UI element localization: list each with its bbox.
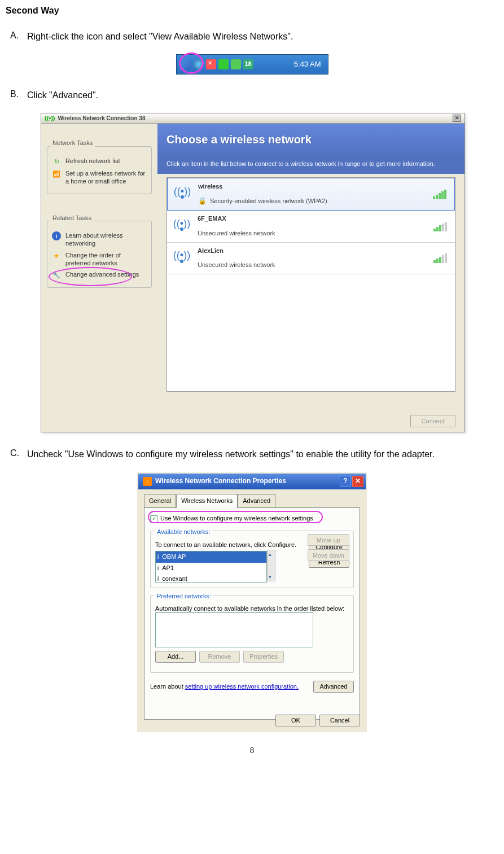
tray-icons: 18	[177, 59, 258, 69]
list-item: AP1	[162, 563, 174, 573]
lang-icon: 18	[243, 59, 253, 69]
step-text: Click "Advanced".	[27, 87, 498, 104]
system-tray: 18 5:43 AM	[176, 54, 328, 75]
signal-bars	[433, 221, 447, 231]
tabs: General Wireless Networks Advanced	[144, 494, 360, 509]
ok-button[interactable]: OK	[275, 715, 316, 726]
signal-bars	[433, 189, 446, 199]
step-b: B. Click "Advanced".	[10, 87, 498, 104]
move-down-button[interactable]: Move down	[308, 549, 349, 561]
close-button[interactable]: ✕	[453, 115, 461, 122]
advanced-button[interactable]: Advanced	[313, 681, 354, 693]
network-item[interactable]: ((•)) AlexLien Unsecured wireless networ…	[167, 243, 455, 274]
main-panel: Choose a wireless network Click an item …	[157, 124, 464, 432]
connect-button[interactable]: Connect	[410, 415, 455, 427]
wireless-icon: ↓	[143, 477, 152, 486]
properties-button[interactable]: Properties	[243, 651, 284, 663]
window-title: Wireless Network Connection 38	[58, 114, 146, 123]
close-button[interactable]: ✕	[352, 476, 363, 487]
wifi-icon: ((•))	[45, 113, 55, 124]
wireless-connection-window: ((•)) Wireless Network Connection 38 ✕ N…	[41, 113, 465, 432]
task-label: Learn about wireless networking	[65, 231, 147, 248]
green-icon	[231, 59, 241, 69]
sidebar: Network Tasks ↻ Refresh network list 📶 S…	[41, 124, 157, 432]
task-label: Set up a wireless network for a home or …	[65, 169, 147, 186]
task-setup[interactable]: 📶 Set up a wireless network for a home o…	[52, 169, 147, 186]
section-heading: Second Way	[6, 3, 498, 18]
task-advanced[interactable]: 🔧 Change advanced settings	[52, 270, 147, 279]
wrench-icon: 🔧	[52, 270, 61, 279]
move-up-button[interactable]: Move up	[308, 534, 349, 546]
choose-title: Choose a wireless network	[166, 130, 455, 148]
titlebar: ((•)) Wireless Network Connection 38 ✕	[41, 113, 464, 124]
net-name: AlexLien	[198, 246, 427, 256]
lock-icon: 🔒	[198, 196, 207, 207]
globe-icon	[194, 59, 204, 69]
tab-general[interactable]: General	[144, 494, 176, 509]
step-a: A. Right-click the icon and select "View…	[10, 28, 498, 45]
task-label: Change advanced settings	[65, 270, 139, 278]
network-item[interactable]: ((•)) 6F_EMAX Unsecured wireless network	[167, 211, 455, 242]
preferred-networks-group: Preferred networks: Automatically connec…	[150, 595, 354, 673]
dialog-title: Wireless Network Connection Properties	[155, 476, 286, 487]
net-name: wireless	[198, 182, 426, 192]
list-item: conexant	[162, 574, 187, 584]
net-name: 6F_EMAX	[198, 214, 427, 224]
page-number: 8	[6, 743, 498, 757]
tab-panel: ✓ Use Windows to configure my wireless n…	[144, 507, 360, 720]
network-item[interactable]: ((•)) wireless 🔒 Security-enabled wirele…	[167, 178, 455, 211]
learn-text: Learn about setting up wireless network …	[150, 682, 299, 692]
antenna-icon: i	[157, 553, 159, 562]
net-detail: Security-enabled wireless network (WPA2)	[210, 196, 327, 207]
checkbox-label: Use Windows to configure my wireless net…	[160, 514, 313, 524]
task-label: Change the order of preferred networks	[65, 251, 147, 268]
refresh-icon: ↻	[52, 157, 61, 166]
instruction-text: Click an item in the list below to conne…	[157, 157, 464, 173]
step-c: C. Uncheck "Use Windows to configure my …	[10, 446, 498, 463]
fieldset-label: Available networks:	[155, 527, 212, 537]
step-text: Right-click the icon and select "View Av…	[27, 28, 498, 45]
properties-dialog: ↓ Wireless Network Connection Properties…	[137, 472, 367, 732]
tab-advanced[interactable]: Advanced	[238, 494, 275, 509]
tab-wireless-networks[interactable]: Wireless Networks	[176, 494, 238, 509]
available-listbox[interactable]: iOBM AP iAP1 iconexant	[155, 551, 267, 583]
step-letter: B.	[10, 87, 27, 104]
remove-button[interactable]: Remove	[199, 651, 240, 663]
fieldset-label: Preferred networks:	[155, 592, 213, 602]
learn-link[interactable]: setting up wireless network configuratio…	[185, 683, 299, 690]
network-list: ((•)) wireless 🔒 Security-enabled wirele…	[166, 177, 455, 392]
help-button[interactable]: ?	[340, 476, 351, 487]
signal-icon: ((•))	[173, 189, 191, 200]
signal-icon: ((•))	[173, 221, 191, 233]
antenna-icon: i	[157, 575, 159, 584]
network-error-icon	[206, 59, 216, 69]
group-label: Related Tasks	[50, 213, 94, 224]
antenna-icon: 📶	[52, 169, 61, 178]
group-label: Network Tasks	[50, 138, 95, 148]
task-refresh[interactable]: ↻ Refresh network list	[52, 157, 147, 166]
add-button[interactable]: Add...	[155, 651, 196, 663]
titlebar: ↓ Wireless Network Connection Properties…	[138, 474, 366, 489]
clock: 5:43 AM	[294, 59, 328, 71]
scrollbar[interactable]	[267, 550, 275, 581]
monitor-icon	[181, 59, 191, 69]
step-letter: A.	[10, 28, 27, 45]
star-icon: ★	[52, 251, 61, 260]
preferred-text: Automatically connect to available netwo…	[155, 605, 349, 612]
cancel-button[interactable]: Cancel	[319, 715, 360, 726]
step-text: Uncheck "Use Windows to configure my wir…	[27, 446, 498, 463]
antenna-icon: i	[157, 564, 159, 573]
use-windows-checkbox-row[interactable]: ✓ Use Windows to configure my wireless n…	[150, 514, 354, 524]
list-item: OBM AP	[162, 552, 186, 562]
systray-figure: 18 5:43 AM	[6, 54, 498, 75]
task-learn[interactable]: i Learn about wireless networking	[52, 231, 147, 248]
task-order[interactable]: ★ Change the order of preferred networks	[52, 251, 147, 268]
info-icon: i	[52, 231, 61, 240]
net-detail: Unsecured wireless network	[198, 229, 275, 239]
signal-bars	[433, 253, 447, 263]
signal-icon: ((•))	[173, 252, 191, 264]
task-label: Refresh network list	[65, 157, 120, 165]
preferred-listbox[interactable]	[155, 612, 313, 647]
shield-icon	[218, 59, 229, 69]
checkbox-icon[interactable]: ✓	[150, 515, 157, 523]
